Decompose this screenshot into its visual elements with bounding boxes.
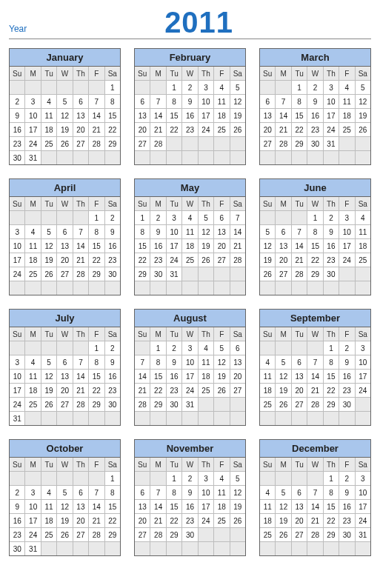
weekday-header: F <box>89 458 104 472</box>
weekday-header: Su <box>135 67 150 81</box>
day-cell: 27 <box>214 253 230 267</box>
day-cell: 31 <box>355 528 370 542</box>
day-cell: 10 <box>10 370 25 384</box>
day-cell: 26 <box>198 253 213 267</box>
month-block: DecemberSuMTuWThFSa123456789101112131415… <box>259 439 371 556</box>
day-cell: 6 <box>57 225 73 239</box>
empty-cell <box>230 267 245 281</box>
day-cell: 11 <box>25 239 41 253</box>
weekday-header: Su <box>10 458 25 472</box>
month-block: MarchSuMTuWThFSa123456789101112131415161… <box>259 48 371 165</box>
day-cell: 4 <box>214 472 230 486</box>
day-cell: 20 <box>57 253 73 267</box>
empty-cell <box>89 472 104 486</box>
weekday-header: M <box>276 458 291 472</box>
empty-cell <box>25 412 41 426</box>
day-cell: 24 <box>339 253 355 267</box>
empty-cell <box>166 542 181 556</box>
header: Year 2011 <box>9 7 371 39</box>
empty-cell <box>57 341 73 355</box>
day-cell: 8 <box>89 225 104 239</box>
empty-cell <box>182 542 198 556</box>
day-cell: 11 <box>25 370 41 384</box>
empty-cell <box>57 151 73 165</box>
day-cell: 17 <box>355 370 370 384</box>
day-cell: 24 <box>198 514 213 528</box>
weekday-header: Th <box>323 197 339 211</box>
day-cell: 3 <box>198 81 213 95</box>
day-cell: 15 <box>166 500 181 514</box>
month-block: JanuarySuMTuWThFSa1234567891011121314151… <box>9 48 121 165</box>
day-cell: 30 <box>307 137 323 151</box>
day-cell: 21 <box>307 384 323 398</box>
weekday-header: Th <box>198 67 213 81</box>
day-cell: 19 <box>260 253 276 267</box>
day-cell: 18 <box>25 253 41 267</box>
empty-cell <box>166 137 181 151</box>
day-cell: 27 <box>57 267 73 281</box>
day-cell: 19 <box>214 370 230 384</box>
weekday-header: Sa <box>230 327 245 341</box>
empty-cell <box>198 267 213 281</box>
day-cell: 10 <box>182 355 198 370</box>
month-table: SuMTuWThFSa12345678910111213141516171819… <box>10 67 120 164</box>
day-cell: 21 <box>135 384 150 398</box>
day-cell: 9 <box>182 486 198 500</box>
empty-cell <box>25 472 41 486</box>
day-cell: 3 <box>25 486 41 500</box>
month-table: SuMTuWThFSa12345678910111213141516171819… <box>260 458 370 555</box>
day-cell: 29 <box>307 267 323 281</box>
weekday-header: W <box>307 327 323 341</box>
day-cell: 26 <box>230 123 245 137</box>
day-cell: 27 <box>73 528 88 542</box>
empty-cell <box>150 472 166 486</box>
month-name: May <box>135 179 245 197</box>
day-cell: 1 <box>104 472 120 486</box>
day-cell: 16 <box>182 500 198 514</box>
day-cell: 14 <box>150 109 166 123</box>
day-cell: 10 <box>10 239 25 253</box>
empty-cell <box>339 151 355 165</box>
weekday-header: M <box>25 197 41 211</box>
day-cell: 3 <box>10 355 25 370</box>
empty-cell <box>339 412 355 426</box>
day-cell: 25 <box>41 137 56 151</box>
day-cell: 1 <box>150 341 166 355</box>
empty-cell <box>355 412 370 426</box>
empty-cell <box>230 542 245 556</box>
empty-cell <box>291 211 307 225</box>
empty-cell <box>230 412 245 426</box>
day-cell: 20 <box>260 123 276 137</box>
month-name: December <box>260 440 370 458</box>
weekday-header: W <box>57 197 73 211</box>
day-cell: 7 <box>307 355 323 370</box>
empty-cell <box>339 542 355 556</box>
day-cell: 8 <box>166 95 181 109</box>
day-cell: 5 <box>355 81 370 95</box>
day-cell: 27 <box>276 267 291 281</box>
weekday-header: W <box>182 197 198 211</box>
day-cell: 13 <box>291 500 307 514</box>
day-cell: 14 <box>135 370 150 384</box>
empty-cell <box>104 281 120 295</box>
day-cell: 25 <box>260 398 276 412</box>
day-cell: 23 <box>10 528 25 542</box>
day-cell: 22 <box>150 384 166 398</box>
day-cell: 12 <box>57 500 73 514</box>
weekday-header: Sa <box>230 67 245 81</box>
day-cell: 10 <box>355 486 370 500</box>
day-cell: 28 <box>89 528 104 542</box>
day-cell: 13 <box>214 225 230 239</box>
weekday-header: Tu <box>166 327 181 341</box>
empty-cell <box>135 151 150 165</box>
day-cell: 31 <box>323 137 339 151</box>
empty-cell <box>10 281 25 295</box>
empty-cell <box>150 542 166 556</box>
day-cell: 3 <box>10 225 25 239</box>
day-cell: 21 <box>73 384 88 398</box>
empty-cell <box>198 281 213 295</box>
weekday-header: W <box>182 458 198 472</box>
day-cell: 4 <box>355 211 370 225</box>
day-cell: 30 <box>323 267 339 281</box>
day-cell: 2 <box>10 486 25 500</box>
